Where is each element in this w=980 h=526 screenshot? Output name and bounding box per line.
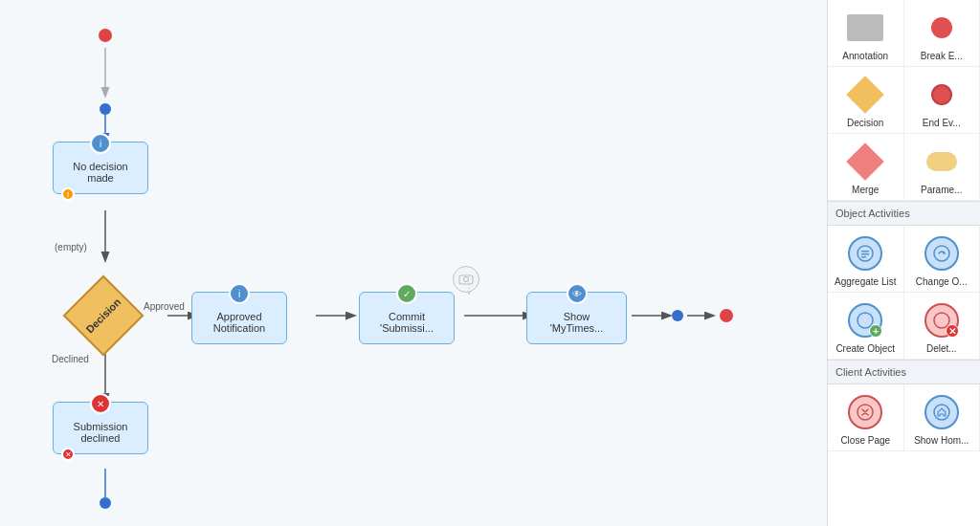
panel-item-change-object[interactable]: Change O...	[904, 226, 981, 293]
panel-item-decision[interactable]: Decision	[828, 67, 904, 134]
submission-declined-node[interactable]: ✕ Submission declined ✕	[53, 402, 148, 454]
annotation-icon	[846, 9, 884, 47]
parameter-icon	[923, 142, 961, 181]
approved-notification-label: Approved Notification	[213, 311, 265, 334]
panel-item-end-event[interactable]: End Ev...	[904, 67, 981, 134]
no-decision-icon: i	[90, 133, 111, 154]
svg-rect-16	[861, 256, 866, 258]
approved-notification-icon: i	[229, 283, 250, 304]
panel-item-parameter[interactable]: Parame...	[904, 134, 981, 201]
client-activities-title: Client Activities	[828, 360, 980, 384]
ghost-node	[453, 266, 479, 293]
panel-item-merge[interactable]: Merge	[828, 134, 904, 201]
top-start-event[interactable]	[99, 29, 112, 42]
blue-connector-2	[672, 310, 683, 321]
svg-rect-15	[861, 253, 869, 255]
break-event-label: Break E...	[921, 51, 963, 62]
parameter-label: Parame...	[921, 185, 962, 196]
end-event-panel-icon	[923, 76, 961, 114]
aggregate-list-label: Aggregate List	[835, 276, 897, 288]
commit-icon: ✓	[396, 283, 417, 304]
show-home-icon	[923, 393, 961, 431]
delete-label: Delet...	[926, 343, 957, 355]
svg-point-17	[934, 246, 949, 261]
merge-label: Merge	[852, 185, 879, 196]
svg-rect-14	[861, 251, 869, 252]
show-home-label: Show Hom...	[914, 435, 969, 447]
error-badge: ✕	[61, 448, 75, 461]
change-object-label: Change O...	[916, 276, 968, 288]
show-mytimes-icon: 👁	[567, 283, 588, 304]
panel-item-aggregate-list[interactable]: Aggregate List	[828, 226, 904, 293]
show-mytimes-node[interactable]: 👁 Show 'MyTimes...	[526, 292, 627, 344]
no-decision-node[interactable]: i No decision made !	[53, 142, 148, 194]
blue-connector-3	[100, 497, 111, 509]
break-event-icon	[923, 9, 961, 47]
panel-item-create-object[interactable]: + Create Object	[828, 293, 904, 360]
end-event-panel-label: End Ev...	[923, 118, 961, 129]
approved-notification-node[interactable]: i Approved Notification	[191, 292, 287, 344]
commit-label: Commit 'Submissi...	[380, 311, 434, 334]
panel-item-annotation[interactable]: Annotation	[828, 0, 904, 67]
panel-item-close-page[interactable]: Close Page	[828, 384, 904, 451]
object-activities-title: Object Activities	[828, 201, 980, 226]
show-mytimes-label: Show 'MyTimes...	[550, 311, 603, 334]
svg-point-21	[934, 405, 949, 420]
blue-connector-1	[100, 103, 111, 115]
close-page-icon	[846, 393, 884, 431]
create-object-icon: +	[846, 301, 884, 340]
right-panel: Annotation Break E... Decision End Ev...	[827, 0, 980, 526]
panel-item-delete[interactable]: ✕ Delet...	[904, 293, 981, 360]
workflow-canvas[interactable]: i No decision made ! (empty) Decision Ap…	[0, 0, 827, 526]
annotation-label: Annotation	[842, 51, 888, 62]
panel-item-break-event[interactable]: Break E...	[904, 0, 981, 67]
merge-icon	[846, 142, 884, 181]
end-event[interactable]	[720, 309, 733, 322]
create-object-label: Create Object	[835, 343, 895, 355]
aggregate-list-icon	[846, 234, 884, 273]
svg-point-12	[464, 277, 469, 282]
submission-declined-label: Submission declined	[74, 421, 128, 444]
delete-icon: ✕	[923, 301, 961, 340]
change-object-icon	[923, 234, 961, 273]
decision-panel-icon	[846, 76, 884, 114]
no-decision-label: No decision made	[73, 161, 127, 184]
decision-node[interactable]: Decision	[75, 287, 132, 344]
warning-badge: !	[61, 187, 75, 201]
decision-panel-label: Decision	[847, 118, 883, 129]
object-activities-items: Aggregate List Change O... + Create Ob	[828, 226, 980, 360]
client-activities-items: Close Page Show Hom...	[828, 384, 980, 451]
panel-item-show-home[interactable]: Show Hom...	[904, 384, 981, 451]
commit-submission-node[interactable]: ✓ Commit 'Submissi...	[359, 292, 455, 344]
close-page-label: Close Page	[840, 435, 890, 447]
declined-icon: ✕	[90, 393, 111, 414]
top-panel-items: Annotation Break E... Decision End Ev...	[828, 0, 980, 201]
